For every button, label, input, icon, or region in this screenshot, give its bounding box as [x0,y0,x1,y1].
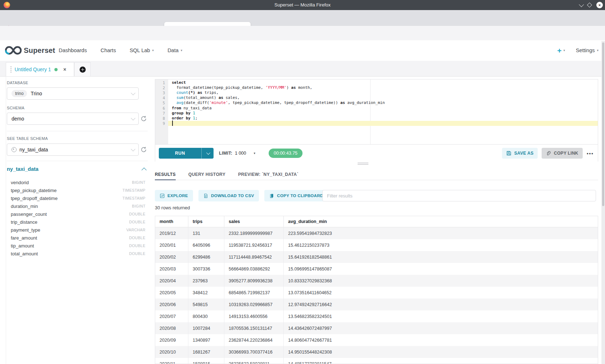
rows-returned-text: 30 rows returned [155,205,190,210]
gutter-line-number: 7 [163,111,165,116]
new-item-button[interactable]: + ▾ [557,47,565,54]
gutter-line-number: 3 [163,90,165,95]
results-table: monthtripssalesavg_duration_min 2019/121… [155,216,598,364]
column-header-sales: sales [224,216,284,227]
code-line: format_datetime(tpep_pickup_datetime, 'Y… [172,85,312,90]
query-tab[interactable]: Untitled Query 1 × [6,62,74,76]
table-cell: 2332.1899999999987 [224,227,284,239]
table-schema-label: SEE TABLE SCHEMA [7,136,48,141]
nav-item-sql-lab[interactable]: SQL Lab▾ [130,47,154,53]
download-to-csv-button[interactable]: DOWNLOAD TO CSV [198,190,259,201]
schema-select[interactable]: demo [7,113,139,125]
database-value: Trino [31,91,42,96]
chevron-down-icon: ▾ [564,49,565,52]
table-cell: 15.096995147865087 [284,263,598,275]
code-line: sum(total_amount) as sales, [172,95,240,100]
table-cell: 800430 [188,310,224,322]
refresh-table-icon[interactable] [140,146,147,153]
nav-item-label: Charts [100,47,116,53]
window-close-icon[interactable]: × [596,2,603,8]
window-title: Superset — Mozilla Firefox [0,0,605,10]
table-cell: 119538721.92456317 [224,239,284,251]
table-cell: 14913153.4600556 [224,310,284,322]
drag-handle-icon[interactable] [10,66,12,73]
scrollbar-thumb[interactable] [602,42,604,206]
more-options-button[interactable]: ••• [584,148,597,159]
table-select[interactable]: ny_taxi_data [7,144,139,156]
refresh-schema-icon[interactable] [140,115,147,122]
chevron-down-icon [131,91,135,95]
table-cell: 1508915 [188,358,224,364]
window-minimize-icon[interactable] [579,2,584,7]
table-row: 2020/053484126854865.71998213713.0735164… [155,287,598,299]
explore-button[interactable]: EXPLORE [155,190,193,201]
table-row: 2020/10168126730366993.70037741614.95015… [155,346,598,358]
nav-item-label: Dashboards [59,47,87,53]
panel-resize-handle[interactable] [358,163,368,165]
filter-results-input[interactable] [322,190,596,201]
close-query-tab-icon[interactable]: × [63,67,66,72]
table-cell: 1340897 [188,334,224,346]
page-scrollbar[interactable] [601,41,605,364]
editor-toolbar: RUN LIMIT: 1 000 ▾ 00:00:43.75 SAVE AS C… [155,145,598,161]
gutter-line-number: 2 [163,85,165,90]
table-cell: 56664869.03886292 [224,263,284,275]
column-type: DOUBLE [129,251,145,256]
results-tab-results[interactable]: RESULTS [155,169,176,180]
chevron-down-icon: ▾ [597,49,599,52]
table-cell: 223.59541984732823 [284,227,598,239]
results-actions: EXPLOREDOWNLOAD TO CSVCOPY TO CLIPBOARD [155,190,328,201]
clipboard-icon [269,194,274,198]
chevron-down-icon [131,116,135,120]
results-tab-query-history[interactable]: QUERY HISTORY [188,169,225,180]
save-as-button[interactable]: SAVE AS [502,148,538,159]
column-name: tpep_pickup_datetime [11,188,57,193]
copy-to-clipboard-button[interactable]: COPY TO CLIPBOARD [264,190,328,201]
browser-tab-bar: + MinIO Console×Cluster Overview - Trino… [0,10,605,26]
column-name: tip_amount [11,243,34,249]
table-cell: 2020/06 [155,299,188,310]
table-cell: 26335623.58028811 [224,358,284,364]
table-icon [12,147,17,152]
limit-control[interactable]: LIMIT: 1 000 ▾ [219,145,255,161]
browser-toolbar: ← → 172.18.0.4:32295/superset/sqllab/ ☆ … [0,26,605,41]
brand-name: Superset [24,46,55,55]
table-row: 2020/026299486117114448.8946754215.64192… [155,251,598,263]
column-type: BIGINT [132,180,145,185]
add-query-tab[interactable] [74,62,91,76]
gutter-line-number: 5 [163,100,165,105]
query-tab-strip [0,61,605,77]
nav-item-dashboards[interactable]: Dashboards [59,47,87,53]
nav-item-charts[interactable]: Charts [100,47,116,53]
chevron-down-icon: ▾ [152,49,154,52]
table-heading: ny_taxi_data [7,166,39,172]
chart-icon [160,194,165,198]
database-select[interactable]: trino Trino [7,87,139,100]
collapse-table-icon[interactable] [142,168,147,173]
editor-gutter: 123456789 [155,79,168,144]
gutter-line-number: 1 [163,80,165,85]
table-cell: 15.46122150237873 [284,239,598,251]
table-cell: 1007284 [188,322,224,334]
window-maximize-icon[interactable] [587,3,592,8]
table-cell: 14.806047742667781 [284,334,598,346]
table-cell: 30366993.700377416 [224,346,284,358]
sql-editor[interactable]: 123456789 select format_datetime(tpep_pi… [155,79,598,145]
copy-link-button[interactable]: COPY LINK [542,148,583,159]
superset-logo[interactable]: Superset [5,40,55,60]
table-cell: 10319263.029966857 [224,299,284,310]
table-column-row: tpep_pickup_datetimeTIMESTAMP [11,186,145,194]
results-tab-bar: RESULTSQUERY HISTORYPREVIEW: `NY_TAXI_DA… [155,169,598,180]
gutter-line-number: 8 [163,116,165,121]
run-button[interactable]: RUN [159,148,201,159]
table-row: 2020/08100728418705536.15013114714.43642… [155,322,598,334]
results-tab-preview[interactable]: PREVIEW: `NY_TAXI_DATA` [238,169,299,180]
settings-menu[interactable]: Settings ▾ [576,47,599,53]
run-options-button[interactable] [201,148,214,159]
table-cell: 2020/02 [155,251,188,263]
table-cell: 14.485173783811547 [284,358,598,364]
schema-value: demo [12,116,24,122]
nav-item-data[interactable]: Data▾ [167,47,182,53]
divider [7,161,148,161]
column-name: trip_distance [11,219,37,225]
